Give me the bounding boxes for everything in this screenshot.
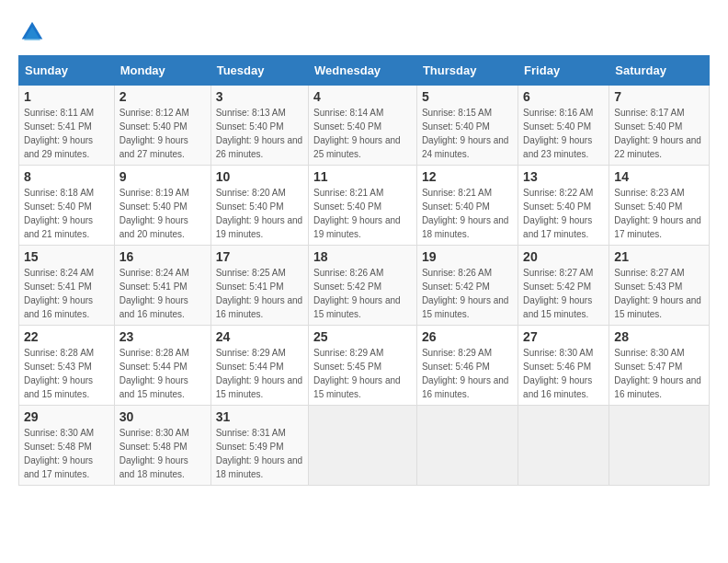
day-detail: Sunrise: 8:27 AMSunset: 5:42 PMDaylight:… (523, 266, 604, 321)
calendar-week-4: 22Sunrise: 8:28 AMSunset: 5:43 PMDayligh… (19, 326, 710, 406)
day-number: 31 (216, 409, 303, 424)
day-number: 9 (119, 169, 206, 184)
calendar-cell: 7Sunrise: 8:17 AMSunset: 5:40 PMDaylight… (609, 86, 710, 166)
day-detail: Sunrise: 8:29 AMSunset: 5:44 PMDaylight:… (216, 346, 303, 401)
day-number: 15 (24, 249, 109, 264)
calendar-cell: 29Sunrise: 8:30 AMSunset: 5:48 PMDayligh… (19, 406, 115, 486)
calendar-cell: 11Sunrise: 8:21 AMSunset: 5:40 PMDayligh… (309, 166, 417, 246)
day-number: 8 (24, 169, 109, 184)
day-number: 10 (216, 169, 303, 184)
day-detail: Sunrise: 8:26 AMSunset: 5:42 PMDaylight:… (422, 266, 513, 321)
calendar-cell (518, 406, 609, 486)
calendar-week-2: 8Sunrise: 8:18 AMSunset: 5:40 PMDaylight… (19, 166, 710, 246)
calendar-cell: 12Sunrise: 8:21 AMSunset: 5:40 PMDayligh… (416, 166, 518, 246)
calendar-cell (609, 406, 710, 486)
day-number: 17 (216, 249, 303, 264)
calendar-cell: 15Sunrise: 8:24 AMSunset: 5:41 PMDayligh… (19, 246, 115, 326)
calendar-header-row: SundayMondayTuesdayWednesdayThursdayFrid… (19, 56, 710, 86)
logo (18, 18, 48, 46)
day-number: 28 (614, 329, 704, 344)
day-detail: Sunrise: 8:30 AMSunset: 5:47 PMDaylight:… (614, 346, 704, 401)
day-number: 13 (523, 169, 604, 184)
day-detail: Sunrise: 8:29 AMSunset: 5:46 PMDaylight:… (422, 346, 513, 401)
day-detail: Sunrise: 8:15 AMSunset: 5:40 PMDaylight:… (422, 106, 513, 161)
calendar-cell: 17Sunrise: 8:25 AMSunset: 5:41 PMDayligh… (210, 246, 308, 326)
day-detail: Sunrise: 8:24 AMSunset: 5:41 PMDaylight:… (119, 266, 206, 321)
day-detail: Sunrise: 8:16 AMSunset: 5:40 PMDaylight:… (523, 106, 604, 161)
day-number: 6 (523, 89, 604, 104)
day-number: 4 (313, 89, 412, 104)
day-number: 23 (119, 329, 206, 344)
day-number: 1 (24, 89, 109, 104)
calendar-cell: 14Sunrise: 8:23 AMSunset: 5:40 PMDayligh… (609, 166, 710, 246)
calendar-cell: 10Sunrise: 8:20 AMSunset: 5:40 PMDayligh… (210, 166, 308, 246)
day-detail: Sunrise: 8:24 AMSunset: 5:41 PMDaylight:… (24, 266, 109, 321)
day-number: 7 (614, 89, 704, 104)
day-detail: Sunrise: 8:29 AMSunset: 5:45 PMDaylight:… (313, 346, 412, 401)
day-number: 19 (422, 249, 513, 264)
day-detail: Sunrise: 8:12 AMSunset: 5:40 PMDaylight:… (119, 106, 206, 161)
calendar-cell: 6Sunrise: 8:16 AMSunset: 5:40 PMDaylight… (518, 86, 609, 166)
calendar-cell: 2Sunrise: 8:12 AMSunset: 5:40 PMDaylight… (114, 86, 210, 166)
day-number: 18 (313, 249, 412, 264)
day-number: 24 (216, 329, 303, 344)
calendar-table: SundayMondayTuesdayWednesdayThursdayFrid… (18, 55, 710, 486)
day-number: 3 (216, 89, 303, 104)
calendar-cell: 28Sunrise: 8:30 AMSunset: 5:47 PMDayligh… (609, 326, 710, 406)
day-number: 11 (313, 169, 412, 184)
calendar-cell: 18Sunrise: 8:26 AMSunset: 5:42 PMDayligh… (309, 246, 417, 326)
calendar-cell: 13Sunrise: 8:22 AMSunset: 5:40 PMDayligh… (518, 166, 609, 246)
calendar-cell: 21Sunrise: 8:27 AMSunset: 5:43 PMDayligh… (609, 246, 710, 326)
calendar-cell: 30Sunrise: 8:30 AMSunset: 5:48 PMDayligh… (114, 406, 210, 486)
day-detail: Sunrise: 8:21 AMSunset: 5:40 PMDaylight:… (422, 186, 513, 241)
day-detail: Sunrise: 8:31 AMSunset: 5:49 PMDaylight:… (216, 426, 303, 481)
calendar-cell: 27Sunrise: 8:30 AMSunset: 5:46 PMDayligh… (518, 326, 609, 406)
column-header-thursday: Thursday (416, 56, 518, 86)
day-number: 20 (523, 249, 604, 264)
calendar-cell: 20Sunrise: 8:27 AMSunset: 5:42 PMDayligh… (518, 246, 609, 326)
day-detail: Sunrise: 8:13 AMSunset: 5:40 PMDaylight:… (216, 106, 303, 161)
day-detail: Sunrise: 8:11 AMSunset: 5:41 PMDaylight:… (24, 106, 109, 161)
calendar-cell: 16Sunrise: 8:24 AMSunset: 5:41 PMDayligh… (114, 246, 210, 326)
day-detail: Sunrise: 8:14 AMSunset: 5:40 PMDaylight:… (313, 106, 412, 161)
calendar-cell: 23Sunrise: 8:28 AMSunset: 5:44 PMDayligh… (114, 326, 210, 406)
calendar-cell: 26Sunrise: 8:29 AMSunset: 5:46 PMDayligh… (416, 326, 518, 406)
calendar-cell: 8Sunrise: 8:18 AMSunset: 5:40 PMDaylight… (19, 166, 115, 246)
day-detail: Sunrise: 8:21 AMSunset: 5:40 PMDaylight:… (313, 186, 412, 241)
day-number: 2 (119, 89, 206, 104)
day-number: 29 (24, 409, 109, 424)
day-number: 25 (313, 329, 412, 344)
calendar-cell: 25Sunrise: 8:29 AMSunset: 5:45 PMDayligh… (309, 326, 417, 406)
day-number: 30 (119, 409, 206, 424)
header (18, 18, 710, 46)
day-detail: Sunrise: 8:30 AMSunset: 5:48 PMDaylight:… (24, 426, 109, 481)
day-number: 5 (422, 89, 513, 104)
calendar-cell: 9Sunrise: 8:19 AMSunset: 5:40 PMDaylight… (114, 166, 210, 246)
calendar-week-1: 1Sunrise: 8:11 AMSunset: 5:41 PMDaylight… (19, 86, 710, 166)
calendar-cell (416, 406, 518, 486)
day-detail: Sunrise: 8:25 AMSunset: 5:41 PMDaylight:… (216, 266, 303, 321)
calendar-body: 1Sunrise: 8:11 AMSunset: 5:41 PMDaylight… (19, 86, 710, 486)
column-header-wednesday: Wednesday (309, 56, 417, 86)
day-detail: Sunrise: 8:20 AMSunset: 5:40 PMDaylight:… (216, 186, 303, 241)
calendar-cell: 4Sunrise: 8:14 AMSunset: 5:40 PMDaylight… (309, 86, 417, 166)
column-header-friday: Friday (518, 56, 609, 86)
day-detail: Sunrise: 8:30 AMSunset: 5:48 PMDaylight:… (119, 426, 206, 481)
day-detail: Sunrise: 8:28 AMSunset: 5:44 PMDaylight:… (119, 346, 206, 401)
calendar-cell: 1Sunrise: 8:11 AMSunset: 5:41 PMDaylight… (19, 86, 115, 166)
day-detail: Sunrise: 8:30 AMSunset: 5:46 PMDaylight:… (523, 346, 604, 401)
day-detail: Sunrise: 8:17 AMSunset: 5:40 PMDaylight:… (614, 106, 704, 161)
day-detail: Sunrise: 8:23 AMSunset: 5:40 PMDaylight:… (614, 186, 704, 241)
day-number: 21 (614, 249, 704, 264)
day-number: 27 (523, 329, 604, 344)
day-detail: Sunrise: 8:28 AMSunset: 5:43 PMDaylight:… (24, 346, 109, 401)
column-header-tuesday: Tuesday (210, 56, 308, 86)
day-detail: Sunrise: 8:18 AMSunset: 5:40 PMDaylight:… (24, 186, 109, 241)
day-detail: Sunrise: 8:27 AMSunset: 5:43 PMDaylight:… (614, 266, 704, 321)
day-detail: Sunrise: 8:19 AMSunset: 5:40 PMDaylight:… (119, 186, 206, 241)
calendar-cell (309, 406, 417, 486)
logo-icon (18, 18, 46, 46)
day-detail: Sunrise: 8:26 AMSunset: 5:42 PMDaylight:… (313, 266, 412, 321)
calendar-cell: 24Sunrise: 8:29 AMSunset: 5:44 PMDayligh… (210, 326, 308, 406)
calendar-cell: 19Sunrise: 8:26 AMSunset: 5:42 PMDayligh… (416, 246, 518, 326)
